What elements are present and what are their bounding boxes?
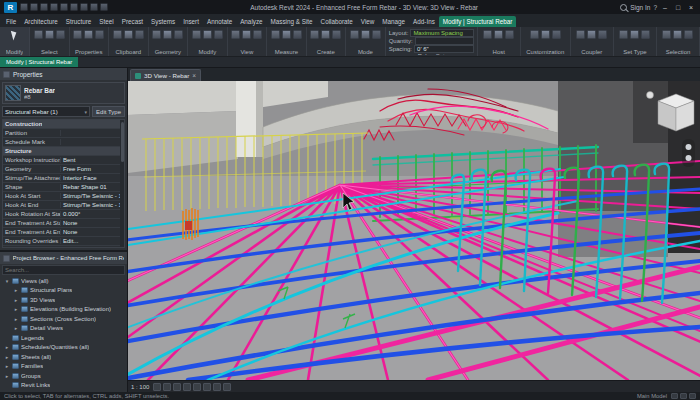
property-row[interactable]: Rounding Overrides Edit...: [3, 237, 124, 246]
view-control-icon-shadows[interactable]: [183, 383, 191, 391]
tool-icon[interactable]: [630, 30, 639, 39]
tool-icon[interactable]: [56, 30, 65, 39]
properties-scrollbar[interactable]: [120, 120, 124, 247]
tree-expand-icon[interactable]: ▸: [4, 363, 10, 369]
quantity-input[interactable]: [415, 37, 474, 45]
help-icon[interactable]: ?: [653, 4, 657, 11]
ribbon-tab[interactable]: Insert: [179, 16, 203, 27]
tree-item[interactable]: Revit Links: [0, 381, 127, 391]
tool-icon[interactable]: [641, 30, 650, 39]
property-value[interactable]: Stirrup/Tie Seismic - 135...: [61, 193, 124, 199]
tool-icon[interactable]: [214, 30, 223, 39]
tree-item[interactable]: ▸ Groups: [0, 371, 127, 381]
property-row[interactable]: End Treatment At Start None: [3, 219, 124, 228]
view-tab-close-icon[interactable]: ×: [192, 72, 196, 79]
qa-icon-save[interactable]: [30, 3, 38, 11]
tool-icon[interactable]: [321, 30, 330, 39]
view-control-icon-reveal-hidden[interactable]: [223, 383, 231, 391]
tool-icon[interactable]: [253, 30, 262, 39]
tool-icon[interactable]: [293, 30, 302, 39]
status-icon-exclude-options[interactable]: [689, 393, 696, 399]
tool-icon[interactable]: [372, 30, 381, 39]
qa-icon-open[interactable]: [20, 3, 28, 11]
property-value[interactable]: Free Form: [61, 166, 124, 172]
property-row[interactable]: Construction: [3, 120, 124, 129]
tool-icon[interactable]: [174, 30, 183, 39]
ribbon-tab[interactable]: Massing & Site: [267, 16, 317, 27]
view-control-icon-sun-path[interactable]: [173, 383, 181, 391]
qa-icon-default-3d-view[interactable]: [100, 3, 108, 11]
property-value[interactable]: Interior Face: [61, 175, 124, 181]
tool-icon[interactable]: [231, 30, 240, 39]
tree-item[interactable]: ▸ 3D Views: [0, 295, 127, 305]
tool-icon[interactable]: [552, 30, 561, 39]
property-row[interactable]: Stirrup/Tie Attachment Interior Face: [3, 174, 124, 183]
tool-icon[interactable]: [673, 30, 682, 39]
property-value[interactable]: None: [61, 229, 124, 235]
tool-icon[interactable]: [332, 30, 341, 39]
spacing-input[interactable]: 0' 6": [414, 45, 474, 53]
property-value[interactable]: Stirrup/Tie Seismic - 135...: [61, 202, 124, 208]
ribbon-tab[interactable]: Precast: [118, 16, 147, 27]
tool-icon[interactable]: [192, 30, 201, 39]
property-row[interactable]: Partition: [3, 129, 124, 138]
tree-expand-icon[interactable]: ▸: [13, 306, 19, 312]
tool-icon[interactable]: [135, 30, 144, 39]
ribbon-tab[interactable]: File: [2, 16, 20, 27]
browser-search-input[interactable]: [2, 265, 125, 275]
tool-icon[interactable]: [361, 30, 370, 39]
tree-expand-icon[interactable]: ▸: [13, 316, 19, 322]
tool-icon[interactable]: [95, 30, 104, 39]
property-row[interactable]: Hook At End Stirrup/Tie Seismic - 135...: [3, 201, 124, 210]
tool-icon[interactable]: [598, 30, 607, 39]
tree-expand-icon[interactable]: ▾: [4, 278, 10, 284]
tool-icon[interactable]: [271, 30, 280, 39]
tree-expand-icon[interactable]: ▸: [4, 354, 10, 360]
ribbon-tab[interactable]: View: [357, 16, 379, 27]
tool-icon[interactable]: [530, 30, 539, 39]
modify-button[interactable]: Modify: [0, 27, 30, 56]
ribbon-tab[interactable]: Structure: [62, 16, 96, 27]
tool-icon[interactable]: [163, 30, 172, 39]
workset-selector[interactable]: Main Model: [637, 393, 667, 399]
tree-item[interactable]: ▸ Detail Views: [0, 324, 127, 334]
tool-icon[interactable]: [505, 30, 514, 39]
tree-item[interactable]: ▸ Sheets (all): [0, 352, 127, 362]
type-selector[interactable]: Rebar Bar #8: [2, 82, 125, 104]
property-row[interactable]: Workshop Instructions Bent: [3, 156, 124, 165]
tree-expand-icon[interactable]: ▸: [4, 373, 10, 379]
view-control-icon-crop-view[interactable]: [193, 383, 201, 391]
ribbon-tab[interactable]: Modify | Structural Rebar: [439, 16, 517, 27]
tool-icon[interactable]: [152, 30, 161, 39]
project-browser-header[interactable]: Project Browser - Enhanced Free Form Reb…: [0, 252, 127, 264]
ribbon-tab[interactable]: Architecture: [20, 16, 62, 27]
status-icon-editable-only[interactable]: [671, 393, 678, 399]
property-row[interactable]: Hook Rotation At Start 0.000°: [3, 210, 124, 219]
tool-icon[interactable]: [203, 30, 212, 39]
account-label[interactable]: Sign In: [630, 4, 650, 11]
navigation-bar[interactable]: [682, 139, 695, 167]
tool-icon[interactable]: [350, 30, 359, 39]
minimize-button[interactable]: –: [660, 4, 670, 11]
edit-type-button[interactable]: Edit Type: [92, 106, 125, 117]
view-scale-button[interactable]: 1 : 100: [131, 384, 151, 390]
property-row[interactable]: End Treatment At End None: [3, 228, 124, 237]
tree-item[interactable]: ▸ Structural Plans: [0, 286, 127, 296]
tool-icon[interactable]: [84, 30, 93, 39]
search-icon[interactable]: [620, 4, 627, 11]
property-value[interactable]: Rebar Shape 01: [61, 184, 124, 190]
properties-header[interactable]: Properties: [0, 68, 127, 80]
tool-icon[interactable]: [113, 30, 122, 39]
status-icon-selection-filter[interactable]: [680, 393, 687, 399]
tree-item[interactable]: ▸ Elevations (Building Elevation): [0, 305, 127, 315]
tool-icon[interactable]: [494, 30, 503, 39]
qa-icon-print[interactable]: [70, 3, 78, 11]
tool-icon[interactable]: [684, 30, 693, 39]
property-value[interactable]: None: [61, 220, 124, 226]
property-row[interactable]: Structure: [3, 147, 124, 156]
property-value[interactable]: Bent: [61, 157, 124, 163]
tree-expand-icon[interactable]: ▸: [13, 287, 19, 293]
tool-icon[interactable]: [576, 30, 585, 39]
ribbon-tab[interactable]: Manage: [378, 16, 409, 27]
tool-icon[interactable]: [310, 30, 319, 39]
